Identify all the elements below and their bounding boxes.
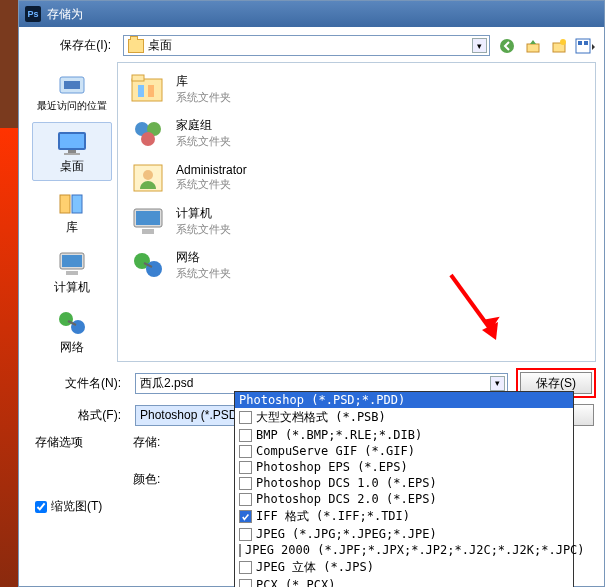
format-option[interactable]: JPEG (*.JPG;*.JPEG;*.JPE) <box>235 526 573 542</box>
svg-rect-17 <box>66 271 78 275</box>
svg-rect-32 <box>142 229 154 234</box>
view-icon[interactable] <box>574 36 596 56</box>
location-value: 桌面 <box>148 37 172 54</box>
svg-point-19 <box>71 320 85 334</box>
svg-rect-31 <box>136 211 160 225</box>
filename-label: 文件名(N): <box>27 375 127 392</box>
format-option[interactable]: CompuServe GIF (*.GIF) <box>235 443 573 459</box>
svg-rect-14 <box>72 195 82 213</box>
titlebar: Ps 存储为 <box>19 1 604 27</box>
svg-point-3 <box>560 39 566 45</box>
new-folder-icon[interactable] <box>548 36 570 56</box>
store-label: 存储: <box>133 434 160 451</box>
thumbnail-checkbox-input[interactable] <box>35 501 47 513</box>
format-option[interactable]: IFF 格式 (*.IFF;*.TDI) <box>235 507 573 526</box>
sidebar-label: 桌面 <box>60 158 84 175</box>
list-item[interactable]: 网络系统文件夹 <box>122 243 591 287</box>
format-dropdown[interactable]: Photoshop (*.PSD;*.PDD)大型文档格式 (*.PSB)BMP… <box>234 391 574 587</box>
svg-rect-12 <box>64 153 80 155</box>
file-list[interactable]: 库系统文件夹 家庭组系统文件夹 Administrator系统文件夹 计算机系统… <box>117 62 596 362</box>
svg-rect-13 <box>60 195 70 213</box>
format-option[interactable]: 大型文档格式 (*.PSB) <box>235 408 573 427</box>
user-icon <box>128 159 168 195</box>
sidebar-label: 最近访问的位置 <box>37 99 107 113</box>
svg-rect-16 <box>62 255 82 267</box>
format-option[interactable]: Photoshop (*.PSD;*.PDD) <box>235 392 573 408</box>
list-item[interactable]: 家庭组系统文件夹 <box>122 111 591 155</box>
places-sidebar: 最近访问的位置 桌面 库 计算机 网络 <box>27 62 117 362</box>
format-option[interactable]: BMP (*.BMP;*.RLE;*.DIB) <box>235 427 573 443</box>
list-item[interactable]: Administrator系统文件夹 <box>122 155 591 199</box>
svg-rect-1 <box>527 44 539 52</box>
background-strip <box>0 128 18 587</box>
libraries-icon <box>128 71 168 107</box>
chevron-down-icon: ▾ <box>490 376 505 391</box>
sidebar-label: 库 <box>66 219 78 236</box>
sidebar-item-desktop[interactable]: 桌面 <box>32 122 112 180</box>
photoshop-icon: Ps <box>25 6 41 22</box>
svg-rect-8 <box>64 81 80 89</box>
color-label: 颜色: <box>133 471 160 488</box>
format-option[interactable]: JPEG 2000 (*.JPF;*.JPX;*.JP2;*.J2C;*.J2K… <box>235 542 573 558</box>
svg-rect-5 <box>578 41 582 45</box>
computer-icon <box>128 203 168 239</box>
format-option[interactable]: Photoshop DCS 2.0 (*.EPS) <box>235 491 573 507</box>
dialog-title: 存储为 <box>47 6 83 23</box>
save-in-label: 保存在(I): <box>27 37 117 54</box>
sidebar-label: 网络 <box>60 339 84 356</box>
sidebar-item-computer[interactable]: 计算机 <box>32 243 112 301</box>
sidebar-item-recent[interactable]: 最近访问的位置 <box>32 62 112 120</box>
svg-rect-23 <box>138 85 144 97</box>
format-option[interactable]: JPEG 立体 (*.JPS) <box>235 558 573 577</box>
back-icon[interactable] <box>496 36 518 56</box>
svg-rect-6 <box>584 41 588 45</box>
list-item[interactable]: 计算机系统文件夹 <box>122 199 591 243</box>
list-item[interactable]: 库系统文件夹 <box>122 67 591 111</box>
sidebar-label: 计算机 <box>54 279 90 296</box>
store-options-header: 存储选项 <box>35 434 83 451</box>
format-label: 格式(F): <box>27 407 127 424</box>
folder-icon <box>128 39 144 53</box>
svg-rect-22 <box>132 75 144 81</box>
toolbar-icons <box>496 36 596 56</box>
svg-rect-21 <box>132 79 162 101</box>
svg-point-27 <box>141 132 155 146</box>
format-option[interactable]: Photoshop DCS 1.0 (*.EPS) <box>235 475 573 491</box>
homegroup-icon <box>128 115 168 151</box>
chevron-down-icon: ▾ <box>472 38 487 53</box>
svg-rect-24 <box>148 85 154 97</box>
network-icon <box>128 247 168 283</box>
svg-point-18 <box>59 312 73 326</box>
svg-point-0 <box>500 39 514 53</box>
svg-rect-10 <box>60 134 84 148</box>
location-combo[interactable]: 桌面 ▾ <box>123 35 490 56</box>
up-icon[interactable] <box>522 36 544 56</box>
svg-point-29 <box>143 170 153 180</box>
svg-point-34 <box>146 261 162 277</box>
svg-rect-11 <box>68 150 76 153</box>
sidebar-item-network[interactable]: 网络 <box>32 304 112 362</box>
format-option[interactable]: PCX (*.PCX) <box>235 577 573 587</box>
format-option[interactable]: Photoshop EPS (*.EPS) <box>235 459 573 475</box>
sidebar-item-libraries[interactable]: 库 <box>32 183 112 241</box>
